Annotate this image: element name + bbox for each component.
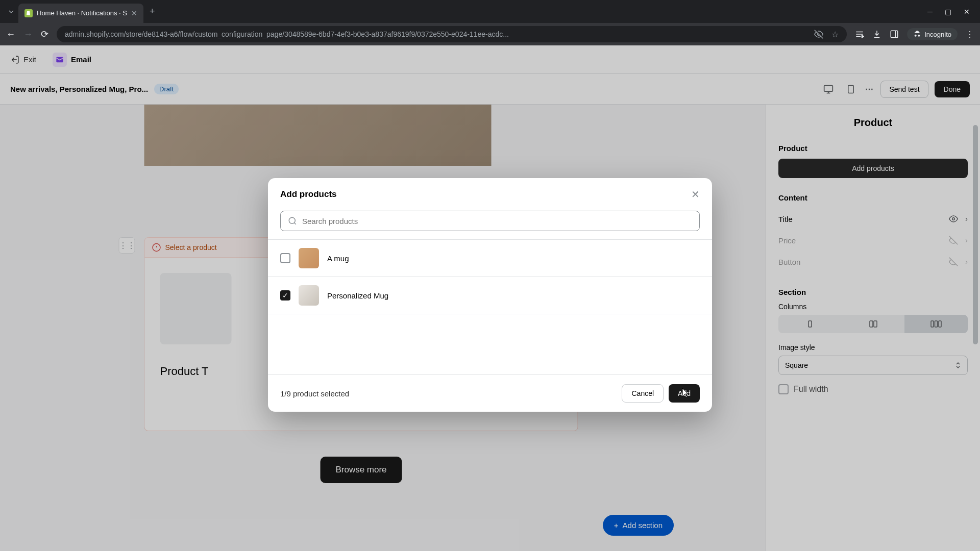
- forward-icon: →: [23, 29, 33, 40]
- modal-close-button[interactable]: ✕: [691, 188, 700, 201]
- modal-footer: 1/9 product selected Cancel Add: [268, 374, 712, 412]
- url-text: admin.shopify.com/store/de8143-a6/flow/c…: [65, 30, 808, 38]
- product-name: Personalized Mug: [327, 291, 388, 300]
- svg-line-23: [294, 222, 296, 224]
- product-checkbox[interactable]: ✓: [280, 290, 290, 300]
- browser-toolbar: ← → ⟳ admin.shopify.com/store/de8143-a6/…: [0, 23, 980, 45]
- search-icon: [288, 216, 297, 226]
- kebab-icon[interactable]: ⋮: [966, 30, 974, 39]
- playlist-icon[interactable]: [855, 30, 864, 39]
- back-icon[interactable]: ←: [6, 29, 15, 40]
- add-button-label: Add: [678, 389, 691, 397]
- product-row[interactable]: ✓ Personalized Mug: [268, 277, 712, 314]
- tab-dropdown-icon[interactable]: [4, 5, 18, 19]
- product-list: A mug ✓ Personalized Mug: [268, 239, 712, 314]
- modal-body: A mug ✓ Personalized Mug: [268, 211, 712, 374]
- product-thumb: [299, 248, 319, 268]
- new-tab-button[interactable]: +: [150, 6, 155, 17]
- product-name: A mug: [327, 254, 349, 263]
- download-icon[interactable]: [872, 30, 881, 39]
- sidepanel-icon[interactable]: [890, 30, 899, 39]
- close-window-icon[interactable]: ✕: [964, 8, 970, 16]
- modal-header: Add products ✕: [268, 178, 712, 211]
- minimize-icon[interactable]: ─: [927, 8, 933, 16]
- incognito-badge[interactable]: Incognito: [907, 28, 958, 40]
- selection-count: 1/9 product selected: [280, 389, 349, 398]
- search-field[interactable]: [280, 211, 700, 231]
- add-button[interactable]: Add: [669, 384, 700, 403]
- window-controls: ─ ▢ ✕: [927, 8, 976, 16]
- svg-rect-4: [891, 31, 898, 38]
- modal-overlay[interactable]: Add products ✕ A mug ✓ Personalized Mug: [0, 45, 980, 551]
- svg-marker-3: [862, 35, 865, 38]
- search-input[interactable]: [302, 217, 692, 226]
- reload-icon[interactable]: ⟳: [41, 29, 48, 40]
- close-tab-icon[interactable]: ✕: [131, 9, 137, 17]
- incognito-label: Incognito: [924, 31, 951, 38]
- tab-title: Home Haven · Notifications · S: [37, 9, 127, 17]
- maximize-icon[interactable]: ▢: [945, 8, 951, 16]
- shopify-favicon-icon: [24, 9, 33, 17]
- add-products-modal: Add products ✕ A mug ✓ Personalized Mug: [268, 178, 712, 412]
- eye-off-icon[interactable]: [814, 30, 823, 39]
- cancel-button[interactable]: Cancel: [622, 384, 664, 403]
- url-bar[interactable]: admin.shopify.com/store/de8143-a6/flow/c…: [57, 26, 847, 42]
- product-row[interactable]: A mug: [268, 240, 712, 277]
- star-icon[interactable]: ☆: [831, 30, 839, 39]
- browser-tab[interactable]: Home Haven · Notifications · S ✕: [18, 4, 143, 23]
- modal-title: Add products: [280, 189, 337, 199]
- svg-point-22: [289, 217, 295, 223]
- product-checkbox[interactable]: [280, 253, 290, 263]
- browser-tab-bar: Home Haven · Notifications · S ✕ + ─ ▢ ✕: [0, 0, 980, 23]
- product-thumb: [299, 285, 319, 306]
